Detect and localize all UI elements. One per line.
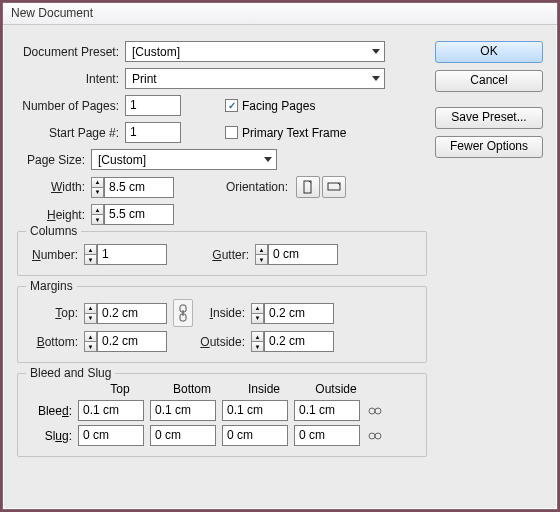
label-width: Width:	[37, 180, 91, 194]
select-intent[interactable]: Print	[125, 68, 385, 89]
label-intent: Intent:	[17, 72, 125, 86]
label-bleed: Bleed:	[28, 404, 78, 418]
spinner-height[interactable]: ▲▼ 5.5 cm	[91, 204, 174, 225]
select-document-preset-value: [Custom]	[132, 45, 180, 59]
label-slug: Slug:	[28, 429, 78, 443]
chevron-down-icon	[264, 157, 272, 162]
link-slug-button[interactable]	[366, 428, 384, 444]
checkbox-icon	[225, 126, 238, 139]
arrow-down-icon[interactable]: ▼	[91, 214, 104, 225]
select-page-size-value: [Custom]	[98, 153, 146, 167]
input-margin-top[interactable]: 0.2 cm	[97, 303, 167, 324]
landscape-icon	[327, 180, 341, 194]
arrow-up-icon[interactable]: ▲	[84, 303, 97, 313]
arrow-up-icon[interactable]: ▲	[251, 331, 264, 341]
group-margins: Margins Top: ▲▼ 0.2 cm Inside: ▲▼ 0.2 cm	[17, 286, 427, 363]
input-bleed-inside[interactable]: 0.1 cm	[222, 400, 288, 421]
arrow-up-icon[interactable]: ▲	[91, 204, 104, 214]
arrow-down-icon[interactable]: ▼	[84, 341, 97, 352]
input-margin-outside[interactable]: 0.2 cm	[264, 331, 334, 352]
header-outside: Outside	[300, 382, 372, 396]
input-bleed-bottom[interactable]: 0.1 cm	[150, 400, 216, 421]
arrow-down-icon[interactable]: ▼	[251, 313, 264, 324]
input-height[interactable]: 5.5 cm	[104, 204, 174, 225]
spinner-margin-bottom[interactable]: ▲▼ 0.2 cm	[84, 331, 167, 352]
chevron-down-icon	[372, 49, 380, 54]
arrow-up-icon[interactable]: ▲	[84, 331, 97, 341]
bleed-slug-header: Top Bottom Inside Outside	[84, 382, 416, 396]
link-bleed-button[interactable]	[366, 403, 384, 419]
input-slug-top[interactable]: 0 cm	[78, 425, 144, 446]
select-intent-value: Print	[132, 72, 157, 86]
input-bleed-top[interactable]: 0.1 cm	[78, 400, 144, 421]
chain-link-icon	[368, 405, 382, 417]
select-page-size[interactable]: [Custom]	[91, 149, 277, 170]
arrow-down-icon[interactable]: ▼	[251, 341, 264, 352]
spinner-columns-number[interactable]: ▲▼ 1	[84, 244, 167, 265]
input-margin-bottom[interactable]: 0.2 cm	[97, 331, 167, 352]
spinner-gutter[interactable]: ▲▼ 0 cm	[255, 244, 338, 265]
label-margin-bottom: Bottom:	[28, 335, 84, 349]
label-margin-inside: Inside:	[199, 306, 251, 320]
arrow-down-icon[interactable]: ▼	[91, 187, 104, 198]
label-document-preset: Document Preset:	[17, 45, 125, 59]
input-slug-inside[interactable]: 0 cm	[222, 425, 288, 446]
header-inside: Inside	[228, 382, 300, 396]
label-page-size: Page Size:	[17, 153, 91, 167]
legend-columns: Columns	[26, 224, 81, 238]
spinner-margin-inside[interactable]: ▲▼ 0.2 cm	[251, 303, 334, 324]
chain-link-icon	[178, 304, 188, 322]
titlebar: New Document	[3, 3, 557, 25]
ok-button[interactable]: OK	[435, 41, 543, 63]
row-slug: Slug: 0 cm 0 cm 0 cm 0 cm	[28, 425, 416, 446]
arrow-up-icon[interactable]: ▲	[255, 244, 268, 254]
input-slug-bottom[interactable]: 0 cm	[150, 425, 216, 446]
legend-bleed-slug: Bleed and Slug	[26, 366, 115, 380]
group-bleed-slug: Bleed and Slug Top Bottom Inside Outside…	[17, 373, 427, 457]
checkbox-primary-text-frame[interactable]: Primary Text Frame	[225, 126, 346, 140]
header-top: Top	[84, 382, 156, 396]
select-document-preset[interactable]: [Custom]	[125, 41, 385, 62]
spinner-margin-top[interactable]: ▲▼ 0.2 cm	[84, 303, 167, 324]
input-width[interactable]: 8.5 cm	[104, 177, 174, 198]
label-height: Height:	[37, 208, 91, 222]
input-number-of-pages[interactable]: 1	[125, 95, 181, 116]
svg-point-6	[375, 408, 381, 414]
spinner-width[interactable]: ▲▼ 8.5 cm	[91, 177, 174, 198]
input-margin-inside[interactable]: 0.2 cm	[264, 303, 334, 324]
label-margin-outside: Outside:	[199, 335, 251, 349]
orientation-portrait-button[interactable]	[296, 176, 320, 198]
input-start-page[interactable]: 1	[125, 122, 181, 143]
arrow-down-icon[interactable]: ▼	[84, 254, 97, 265]
spinner-margin-outside[interactable]: ▲▼ 0.2 cm	[251, 331, 334, 352]
svg-rect-1	[328, 183, 340, 190]
orientation-landscape-button[interactable]	[322, 176, 346, 198]
save-preset-button[interactable]: Save Preset...	[435, 107, 543, 129]
label-start-page: Start Page #:	[17, 126, 125, 140]
fewer-options-button[interactable]: Fewer Options	[435, 136, 543, 158]
row-bleed: Bleed: 0.1 cm 0.1 cm 0.1 cm 0.1 cm	[28, 400, 416, 421]
input-gutter[interactable]: 0 cm	[268, 244, 338, 265]
arrow-up-icon[interactable]: ▲	[251, 303, 264, 313]
svg-point-5	[369, 408, 375, 414]
label-margin-top: Top:	[28, 306, 84, 320]
arrow-up-icon[interactable]: ▲	[84, 244, 97, 254]
svg-rect-0	[304, 181, 311, 193]
arrow-down-icon[interactable]: ▼	[84, 313, 97, 324]
checkbox-facing-pages[interactable]: ✓ Facing Pages	[225, 99, 315, 113]
window-title: New Document	[11, 6, 93, 20]
input-columns-number[interactable]: 1	[97, 244, 167, 265]
label-number-of-pages: Number of Pages:	[17, 99, 125, 113]
input-slug-outside[interactable]: 0 cm	[294, 425, 360, 446]
label-orientation: Orientation:	[174, 180, 294, 194]
label-primary-text-frame: Primary Text Frame	[242, 126, 346, 140]
svg-point-8	[375, 433, 381, 439]
arrow-down-icon[interactable]: ▼	[255, 254, 268, 265]
chevron-down-icon	[372, 76, 380, 81]
input-bleed-outside[interactable]: 0.1 cm	[294, 400, 360, 421]
link-margins-button[interactable]	[173, 299, 193, 327]
label-facing-pages: Facing Pages	[242, 99, 315, 113]
arrow-up-icon[interactable]: ▲	[91, 177, 104, 187]
svg-point-7	[369, 433, 375, 439]
cancel-button[interactable]: Cancel	[435, 70, 543, 92]
